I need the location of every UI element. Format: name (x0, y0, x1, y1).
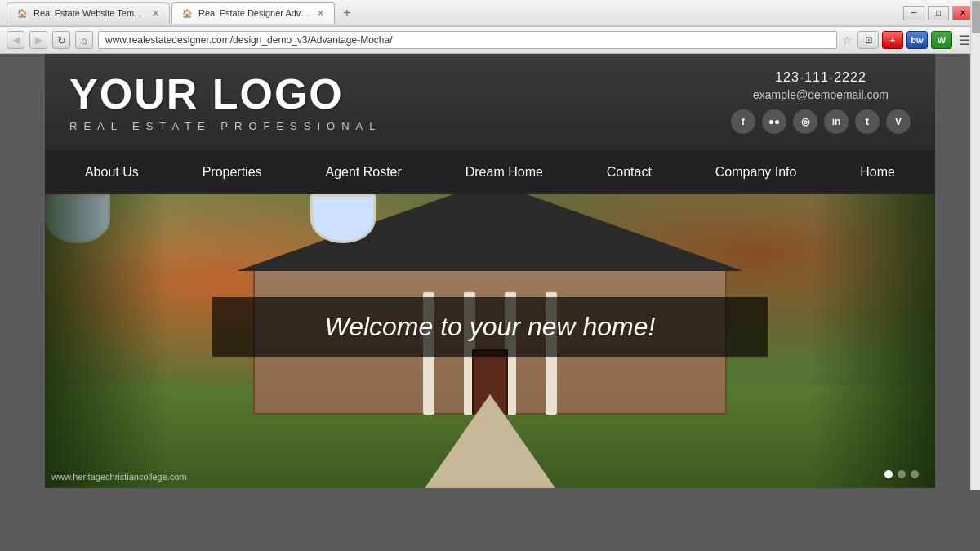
nav-contact[interactable]: Contact (590, 150, 668, 194)
logo-text: YOUR LOGO (69, 73, 381, 115)
tab2-label: Real Estate Designer Adva... (198, 8, 310, 18)
site-header: YOUR LOGO REAL ESTATE PROFESSIONAL 123-1… (45, 54, 935, 150)
tab-1[interactable]: 🏠 Real Estate Website Temp... ✕ (7, 2, 170, 24)
address-text: www.realestatedesigner.com/design_demo_v… (105, 34, 393, 46)
facebook-icon[interactable]: f (731, 109, 755, 134)
forward-button[interactable]: ▶ (29, 31, 47, 49)
title-bar: 🏠 Real Estate Website Temp... ✕ 🏠 Real E… (0, 0, 980, 26)
nav-menu: About Us Properties Agent Roster Dream H… (45, 150, 935, 194)
vimeo-icon[interactable]: V (886, 109, 911, 134)
nav-properties[interactable]: Properties (186, 150, 278, 194)
scrollbar-thumb[interactable] (972, 1, 980, 33)
flickr-icon[interactable]: ●● (762, 109, 786, 134)
back-button[interactable]: ◀ (7, 31, 24, 49)
contact-phone: 123-111-2222 (775, 70, 866, 85)
contact-section: 123-111-2222 example@demoemail.com f ●● … (731, 70, 911, 134)
social-icons: f ●● ◎ in t V (731, 109, 911, 134)
logo-section: YOUR LOGO REAL ESTATE PROFESSIONAL (69, 73, 381, 132)
tab-2[interactable]: 🏠 Real Estate Designer Adva... ✕ (172, 2, 335, 24)
nav-about[interactable]: About Us (69, 150, 155, 194)
nav-company-info[interactable]: Company Info (699, 150, 813, 194)
instagram-icon[interactable]: ◎ (793, 109, 817, 134)
dot-2[interactable] (898, 470, 906, 478)
toolbar-btn-green[interactable]: W (931, 31, 952, 49)
tab1-icon: 🏠 (17, 9, 27, 18)
address-bar[interactable]: www.realestatedesigner.com/design_demo_v… (98, 31, 837, 49)
twitter-icon[interactable]: t (855, 109, 880, 134)
window-controls: ─ □ ✕ (903, 6, 973, 20)
browser-chrome: 🏠 Real Estate Website Temp... ✕ 🏠 Real E… (0, 0, 980, 54)
nav-bar: ◀ ▶ ↻ ⌂ www.realestatedesigner.com/desig… (0, 26, 980, 54)
site-nav: About Us Properties Agent Roster Dream H… (45, 150, 935, 194)
welcome-text: Welcome to your new home! (253, 312, 727, 342)
dot-3[interactable] (911, 470, 919, 478)
watermark: www.heritagechristiancollege.com (51, 472, 187, 482)
tab2-icon: 🏠 (182, 9, 192, 18)
refresh-button[interactable]: ↻ (52, 31, 70, 49)
home-button[interactable]: ⌂ (75, 31, 93, 49)
dot-active[interactable] (884, 470, 893, 478)
tab1-close[interactable]: ✕ (152, 8, 159, 19)
new-tab-button[interactable]: + (336, 2, 358, 24)
toolbar-btn-blue[interactable]: bw (906, 31, 928, 49)
toolbar-right: ⊡ + bw W ☰ (858, 31, 973, 49)
bookmark-button[interactable]: ☆ (842, 33, 853, 47)
nav-dream-home[interactable]: Dream Home (449, 150, 559, 194)
tab2-close[interactable]: ✕ (317, 8, 324, 19)
scrollbar[interactable] (970, 0, 980, 490)
hero-section: Welcome to your new home! www.heritagech… (45, 194, 935, 488)
nav-agent-roster[interactable]: Agent Roster (309, 150, 417, 194)
minimize-button[interactable]: ─ (903, 6, 924, 20)
tab1-label: Real Estate Website Temp... (33, 8, 145, 18)
nav-home[interactable]: Home (844, 150, 911, 194)
slide-dots (884, 470, 919, 478)
logo-subtitle: REAL ESTATE PROFESSIONAL (69, 120, 381, 132)
toolbar-btn-red[interactable]: + (882, 31, 903, 49)
contact-email: example@demoemail.com (753, 88, 889, 101)
welcome-banner: Welcome to your new home! (212, 297, 768, 357)
maximize-button[interactable]: □ (928, 6, 949, 20)
toolbar-btn-1[interactable]: ⊡ (858, 31, 879, 49)
linkedin-icon[interactable]: in (824, 109, 849, 134)
